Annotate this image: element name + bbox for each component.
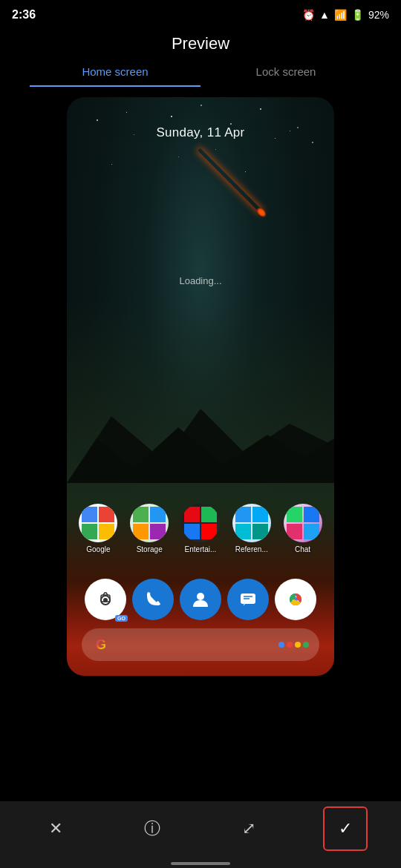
entertain-icon-circle xyxy=(181,504,220,542)
dot-blue xyxy=(278,642,284,648)
google-g-logo: G xyxy=(92,636,110,654)
dock xyxy=(67,579,334,620)
loading-text: Loading... xyxy=(67,275,334,286)
search-bar[interactable]: G xyxy=(82,628,319,661)
google-icon-circle xyxy=(79,504,117,542)
app-storage: Storage xyxy=(126,504,172,553)
reference-icon-circle xyxy=(232,504,271,542)
app-chat: Chat xyxy=(280,504,326,553)
tab-lock-screen[interactable]: Lock screen xyxy=(200,65,371,87)
status-icons: ⏰ ▲ 📶 🔋 92% xyxy=(302,9,389,21)
dot-red xyxy=(287,642,293,648)
preview-date: Sunday, 11 Apr xyxy=(67,125,334,140)
dock-chrome xyxy=(275,579,316,620)
battery-percent: 92% xyxy=(368,9,389,21)
storage-label: Storage xyxy=(126,545,172,553)
battery-icon: 🔋 xyxy=(351,9,364,21)
svg-point-5 xyxy=(197,593,204,600)
page-title: Preview xyxy=(172,34,229,53)
app-google: Google xyxy=(75,504,121,553)
home-indicator xyxy=(171,862,230,865)
dock-phone xyxy=(132,579,174,620)
wifi-icon: ▲ xyxy=(319,9,330,21)
alarm-icon: ⏰ xyxy=(302,9,315,21)
header: Preview xyxy=(0,27,401,65)
dot-yellow xyxy=(295,642,301,648)
tab-home-screen[interactable]: Home screen xyxy=(30,65,200,87)
tab-bar: Home screen Lock screen xyxy=(0,65,401,87)
reference-label: Referen... xyxy=(229,545,275,553)
app-reference: Referen... xyxy=(229,504,275,553)
dock-camera xyxy=(85,579,126,620)
info-button[interactable]: ⓘ xyxy=(130,806,175,851)
checkmark-icon: ✓ xyxy=(339,819,352,838)
status-bar: 2:36 ⏰ ▲ 📶 🔋 92% xyxy=(0,0,401,27)
signal-icon: 📶 xyxy=(334,9,347,21)
confirm-button[interactable]: ✓ xyxy=(323,806,368,851)
mountains xyxy=(67,394,334,483)
dock-contacts xyxy=(180,579,221,620)
google-label: Google xyxy=(75,545,121,553)
entertain-label: Entertai... xyxy=(177,545,224,553)
app-icons-row: Google Storage xyxy=(67,504,334,553)
expand-button[interactable]: ⤢ xyxy=(226,806,271,851)
bottom-toolbar: ✕ ⓘ ⤢ ✓ xyxy=(0,801,401,868)
google-dots xyxy=(278,642,309,648)
status-time: 2:36 xyxy=(12,8,36,22)
storage-icon-circle xyxy=(130,504,169,542)
chat-label: Chat xyxy=(280,545,326,553)
app-entertainment: Entertai... xyxy=(177,504,224,553)
wallpaper: Sunday, 11 Apr Loading... Google xyxy=(67,97,334,676)
chat-icon-circle xyxy=(284,504,322,542)
close-button[interactable]: ✕ xyxy=(33,806,78,851)
dock-messages xyxy=(227,579,269,620)
phone-preview: Sunday, 11 Apr Loading... Google xyxy=(67,97,334,676)
dot-green xyxy=(303,642,309,648)
